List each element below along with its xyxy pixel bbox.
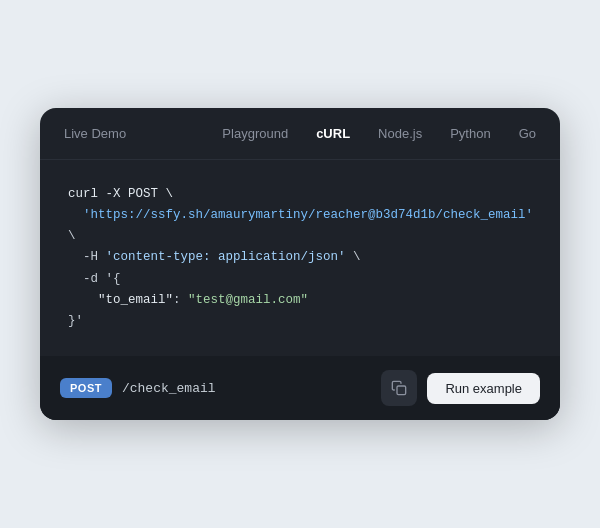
endpoint-path: /check_email: [122, 381, 371, 396]
code-line-5: "to_email": "test@gmail.com": [68, 290, 532, 311]
run-example-button[interactable]: Run example: [427, 373, 540, 404]
footer-bar: POST /check_email Run example: [40, 356, 560, 420]
nav-item-nodejs[interactable]: Node.js: [378, 126, 422, 141]
demo-card: Live Demo Playground cURL Node.js Python…: [40, 108, 560, 421]
nav-bar: Live Demo Playground cURL Node.js Python…: [40, 108, 560, 160]
code-area: curl -X POST \ 'https://ssfy.sh/amauryma…: [40, 160, 560, 357]
nav-item-python[interactable]: Python: [450, 126, 490, 141]
nav-item-go[interactable]: Go: [519, 126, 536, 141]
code-line-3: -H 'content-type: application/json' \: [68, 247, 532, 268]
code-line-1: curl -X POST \: [68, 184, 532, 205]
nav-item-curl[interactable]: cURL: [316, 126, 350, 141]
code-line-4: -d '{: [68, 269, 532, 290]
method-badge: POST: [60, 378, 112, 398]
svg-rect-0: [397, 386, 406, 395]
code-line-6: }': [68, 311, 532, 332]
nav-item-live-demo[interactable]: Live Demo: [64, 126, 126, 141]
code-line-2: 'https://ssfy.sh/amaurymartiny/reacher@b…: [68, 205, 532, 248]
nav-item-playground[interactable]: Playground: [222, 126, 288, 141]
copy-button[interactable]: [381, 370, 417, 406]
code-block: curl -X POST \ 'https://ssfy.sh/amauryma…: [68, 184, 532, 333]
copy-icon: [391, 380, 407, 396]
